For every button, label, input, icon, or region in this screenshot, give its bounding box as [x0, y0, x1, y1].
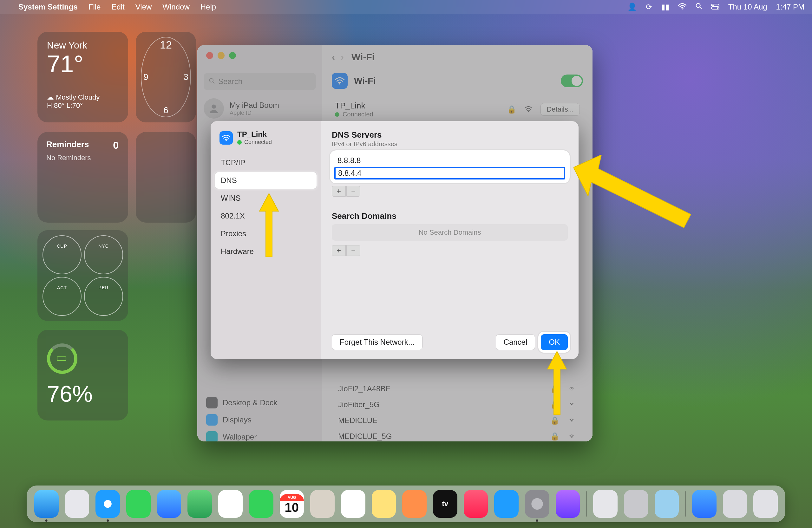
- annotation-arrow-3-icon: [544, 351, 570, 415]
- wifi-icon: [332, 73, 348, 89]
- tab-dns[interactable]: DNS: [215, 172, 317, 189]
- stocks-widget[interactable]: [136, 132, 196, 223]
- dock-app-appstore[interactable]: [494, 490, 519, 518]
- dock-divider: [586, 491, 587, 517]
- wifi-status-icon[interactable]: [678, 2, 686, 11]
- sidebar-search[interactable]: Search: [204, 73, 316, 90]
- battery-status-icon[interactable]: ▮▮: [661, 2, 669, 11]
- reminders-count: 0: [113, 140, 119, 151]
- dock-app-settings[interactable]: [525, 490, 549, 518]
- wifi-signal-icon: ᯤ: [569, 400, 577, 409]
- search-placeholder: Search: [218, 77, 242, 86]
- dock-app-maps[interactable]: [187, 490, 212, 518]
- dock-app-freeform[interactable]: [402, 490, 426, 518]
- menubar-time[interactable]: 1:47 PM: [776, 2, 804, 11]
- control-center-icon[interactable]: [711, 2, 720, 11]
- sidebar-item-displays[interactable]: Displays: [204, 412, 316, 428]
- content-header: ‹ › Wi-Fi: [322, 45, 593, 69]
- svg-marker-16: [548, 351, 566, 415]
- svg-rect-7: [57, 357, 66, 361]
- add-button[interactable]: +: [332, 245, 346, 256]
- dns-entry-editing[interactable]: 8.8.4.4: [334, 167, 565, 179]
- weather-widget[interactable]: New York 71° ☁︎ Mostly Cloudy H:80° L:70…: [38, 32, 128, 122]
- dock-app-disk-utility[interactable]: [593, 490, 618, 518]
- sidebar-user[interactable]: My iPad Boom Apple ID: [204, 98, 316, 119]
- dock-app-messages[interactable]: [126, 490, 151, 518]
- dock-app-facetime[interactable]: [249, 490, 273, 518]
- wifi-toggle[interactable]: [561, 74, 583, 87]
- menubar: System Settings File Edit View Window He…: [0, 0, 812, 14]
- user-switch-icon[interactable]: 👤: [627, 2, 637, 11]
- menubar-item-file[interactable]: File: [88, 2, 101, 11]
- clock-widget[interactable]: 12 3 6 9: [136, 32, 196, 122]
- svg-point-11: [339, 83, 340, 84]
- remove-button[interactable]: −: [346, 245, 360, 256]
- sidebar-item-wallpaper[interactable]: Wallpaper: [204, 429, 316, 441]
- dock-app-music[interactable]: [464, 490, 488, 518]
- dock-downloads-folder[interactable]: [692, 490, 716, 518]
- menubar-item-edit[interactable]: Edit: [111, 2, 124, 11]
- dock-app-mail[interactable]: [157, 490, 182, 518]
- dock-documents-folder[interactable]: [723, 490, 747, 518]
- cancel-button[interactable]: Cancel: [496, 334, 535, 350]
- ok-button[interactable]: OK: [541, 334, 568, 350]
- lock-icon: 🔒: [550, 432, 560, 441]
- dock-app-calendar[interactable]: AUG10: [280, 490, 304, 518]
- svg-point-12: [528, 111, 529, 112]
- remove-button[interactable]: −: [346, 186, 360, 196]
- dock-app-launchpad[interactable]: [65, 490, 89, 518]
- menubar-date[interactable]: Thu 10 Aug: [728, 2, 767, 11]
- menubar-item-view[interactable]: View: [135, 2, 152, 11]
- timemachine-icon[interactable]: ⟳: [646, 2, 652, 11]
- menubar-item-window[interactable]: Window: [162, 2, 189, 11]
- wifi-signal-icon: ᯤ: [569, 384, 577, 393]
- world-clocks-widget[interactable]: CUP NYC ACT PER: [38, 230, 128, 321]
- network-row[interactable]: MEDICLUE🔒ᯤ: [332, 416, 583, 425]
- menubar-app-name[interactable]: System Settings: [18, 2, 78, 11]
- tab-tcpip[interactable]: TCP/IP: [215, 155, 317, 171]
- dock-app-preview[interactable]: [655, 490, 679, 518]
- dock-app-photos[interactable]: [218, 490, 243, 518]
- add-button[interactable]: +: [332, 186, 346, 196]
- sidebar-item-desktop-dock[interactable]: Desktop & Dock: [204, 395, 316, 411]
- dns-entry[interactable]: 8.8.8.8: [334, 154, 565, 167]
- dock-app-reminders[interactable]: [341, 490, 365, 518]
- zoom-icon[interactable]: [229, 52, 236, 59]
- battery-widget[interactable]: 76%: [38, 330, 128, 421]
- spotlight-icon[interactable]: [695, 2, 702, 11]
- dock-app-tv[interactable]: tv: [433, 490, 458, 518]
- dock-app-activity[interactable]: [624, 490, 648, 518]
- dock-app-contacts[interactable]: [310, 490, 335, 518]
- dock-app-finder[interactable]: [34, 490, 59, 518]
- minimize-icon[interactable]: [218, 52, 224, 59]
- dns-servers-list[interactable]: 8.8.8.8 8.8.4.4: [332, 152, 568, 181]
- weather-condition: ☁︎ Mostly Cloudy: [47, 93, 119, 102]
- clock-hour-12: 12: [160, 39, 172, 51]
- svg-point-10: [212, 104, 216, 108]
- current-network-row: TP_Link Connected 🔒 Details...: [332, 97, 583, 122]
- dock-app-shortcuts[interactable]: [556, 490, 580, 518]
- network-row[interactable]: MEDICLUE_5G🔒ᯤ: [332, 432, 583, 441]
- forget-network-button[interactable]: Forget This Network...: [332, 334, 422, 350]
- close-icon[interactable]: [206, 52, 213, 59]
- search-domains-list[interactable]: No Search Domains: [332, 224, 568, 241]
- dock-trash[interactable]: [753, 490, 778, 518]
- dock-app-notes[interactable]: [372, 490, 396, 518]
- forward-icon[interactable]: ›: [340, 52, 344, 62]
- search-icon: [209, 77, 215, 86]
- current-network-name: TP_Link: [335, 101, 373, 111]
- menubar-item-help[interactable]: Help: [201, 2, 216, 11]
- wallpaper-icon: [206, 431, 218, 441]
- lock-icon: 🔒: [550, 416, 560, 425]
- svg-point-4: [712, 4, 714, 6]
- reminders-widget[interactable]: Reminders 0 No Reminders: [38, 132, 128, 223]
- modal-network-status: Connected: [244, 139, 272, 146]
- weather-hilo: H:80° L:70°: [47, 102, 119, 110]
- annotation-arrow-2-icon: [574, 155, 691, 228]
- sidebar-list: Desktop & Dock Displays Wallpaper Screen…: [204, 395, 316, 441]
- dock-app-safari[interactable]: [96, 490, 120, 518]
- back-icon[interactable]: ‹: [332, 52, 335, 62]
- details-button[interactable]: Details...: [540, 103, 580, 116]
- svg-line-2: [700, 7, 701, 9]
- svg-marker-15: [574, 155, 691, 228]
